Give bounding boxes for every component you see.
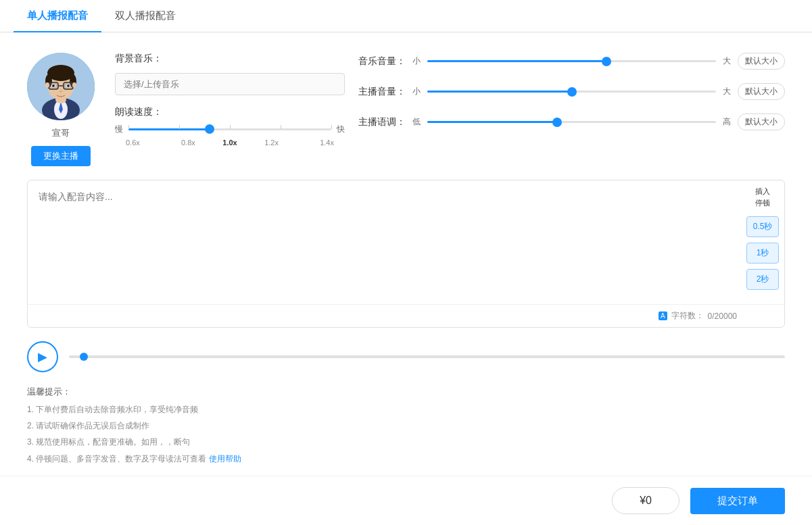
- insert-label: 插入停顿: [746, 186, 779, 208]
- speed-thumb[interactable]: [205, 124, 214, 134]
- speed-slider-section: 慢: [115, 122, 345, 147]
- music-vol-min: 小: [412, 55, 421, 67]
- speed-fast-label: 快: [337, 124, 345, 135]
- pause-btn-1s[interactable]: 1秒: [746, 243, 779, 264]
- speed-fill: [128, 128, 210, 130]
- tabs-bar: 单人播报配音 双人播报配音: [0, 0, 812, 32]
- music-vol-slider[interactable]: [427, 55, 716, 68]
- speed-tick-1: 0.8x: [168, 139, 210, 147]
- tick-2: [230, 125, 231, 129]
- host-vol-default-btn[interactable]: 默认大小: [738, 83, 785, 100]
- text-area-section: 插入停顿 0.5秒 1秒 2秒 A 字符数： 0/20000: [27, 180, 785, 328]
- speed-slow-label: 慢: [115, 124, 123, 135]
- music-input[interactable]: [115, 73, 345, 95]
- pause-buttons-panel: 插入停顿 0.5秒 1秒 2秒: [741, 180, 784, 295]
- host-vol-min: 小: [412, 86, 421, 97]
- content-textarea[interactable]: [28, 180, 744, 302]
- host-tone-row: 主播语调： 低 高 默认大小: [358, 114, 785, 130]
- music-volume-label: 音乐音量：: [358, 55, 406, 68]
- host-vol-track: [427, 91, 716, 93]
- host-volume-row: 主播音量： 小 大 默认大小: [358, 83, 785, 100]
- play-icon: ▶: [38, 349, 47, 364]
- avatar-section: 宣哥 更换主播: [27, 53, 95, 166]
- music-row: 背景音乐：: [115, 53, 345, 65]
- settings-area: 宣哥 更换主播 背景音乐： 朗读速度：: [27, 53, 785, 166]
- svg-point-16: [52, 84, 55, 87]
- word-count-icon: A: [659, 311, 667, 320]
- tip-4-text: 4. 停顿问题、多音字发音、数字及字母读法可查看: [27, 454, 206, 464]
- speed-slider-row: 慢: [115, 122, 345, 136]
- speed-slider-track-container: [128, 122, 331, 136]
- host-tone-slider[interactable]: [427, 116, 716, 129]
- center-settings: 背景音乐： 朗读速度： 慢: [115, 53, 345, 147]
- speed-tick-0: 0.6x: [126, 139, 168, 147]
- host-tone-thumb[interactable]: [552, 118, 562, 127]
- host-vol-thumb[interactable]: [567, 87, 577, 97]
- tip-item-2: 2. 请试听确保作品无误后合成制作: [27, 420, 785, 432]
- progress-dot: [80, 353, 88, 361]
- speed-label-row: 朗读速度：: [115, 106, 345, 118]
- svg-point-18: [59, 91, 62, 93]
- host-tone-label: 主播语调：: [358, 116, 406, 128]
- tick-1: [179, 125, 180, 129]
- speed-tick-4: 1.4x: [292, 139, 334, 147]
- host-vol-fill: [427, 91, 572, 93]
- speed-tick-2: 1.0x: [209, 139, 251, 147]
- submit-order-button[interactable]: 提交订单: [690, 488, 785, 514]
- music-label: 背景音乐：: [115, 53, 162, 65]
- svg-point-20: [72, 82, 76, 88]
- main-content: 宣哥 更换主播 背景音乐： 朗读速度：: [0, 32, 812, 489]
- word-count-row: A 字符数： 0/20000: [28, 304, 784, 327]
- left-column: 宣哥 更换主播 背景音乐： 朗读速度：: [27, 53, 318, 166]
- music-volume-row: 音乐音量： 小 大 默认大小: [358, 53, 785, 70]
- tick-4: [331, 125, 332, 129]
- music-vol-fill: [427, 60, 606, 62]
- progress-bar[interactable]: [69, 355, 785, 358]
- tip-item-1: 1. 下单付费后自动去除音频水印，享受纯净音频: [27, 403, 785, 416]
- host-tone-track: [427, 121, 716, 123]
- avatar-name: 宣哥: [52, 127, 70, 139]
- music-vol-default-btn[interactable]: 默认大小: [738, 53, 785, 70]
- bottom-bar: ¥0 提交订单: [0, 476, 812, 525]
- tab-double[interactable]: 双人播报配音: [101, 0, 189, 32]
- tips-section: 温馨提示： 1. 下单付费后自动去除音频水印，享受纯净音频 2. 请试听确保作品…: [27, 386, 785, 466]
- speed-ticks-labels: 0.6x 0.8x 1.0x 1.2x 1.4x: [115, 139, 345, 147]
- tip-item-3: 3. 规范使用标点，配音更准确。如用，，断句: [27, 436, 785, 449]
- word-count-display: 0/20000: [708, 311, 737, 321]
- help-link[interactable]: 使用帮助: [209, 454, 241, 464]
- avatar-image: [27, 53, 95, 120]
- music-vol-max: 大: [723, 55, 731, 67]
- host-volume-label: 主播音量：: [358, 86, 406, 98]
- host-tone-fill: [427, 121, 557, 123]
- host-vol-slider[interactable]: [427, 85, 716, 99]
- speed-label: 朗读速度：: [115, 106, 162, 117]
- tips-title: 温馨提示：: [27, 386, 785, 398]
- host-tone-default-btn[interactable]: 默认大小: [738, 114, 785, 130]
- pause-btn-0.5s[interactable]: 0.5秒: [746, 216, 779, 237]
- tick-0: [128, 125, 129, 129]
- music-vol-thumb[interactable]: [602, 57, 611, 66]
- right-column: 音乐音量： 小 大 默认大小 主播音量： 小: [358, 53, 785, 144]
- change-host-button[interactable]: 更换主播: [31, 146, 91, 166]
- pause-btn-2s[interactable]: 2秒: [746, 269, 779, 290]
- player-section: ▶: [27, 341, 785, 372]
- price-button[interactable]: ¥0: [612, 487, 679, 514]
- svg-point-19: [45, 82, 49, 88]
- host-tone-min: 低: [412, 116, 421, 128]
- avatar: [27, 53, 95, 120]
- tick-3: [281, 125, 281, 129]
- play-button[interactable]: ▶: [27, 341, 58, 372]
- word-count-label: 字符数：: [671, 310, 704, 322]
- speed-track: [128, 128, 331, 130]
- speed-tick-3: 1.2x: [251, 139, 293, 147]
- host-vol-max: 大: [723, 86, 731, 97]
- tip-item-4: 4. 停顿问题、多音字发音、数字及字母读法可查看 使用帮助: [27, 453, 785, 466]
- svg-point-17: [67, 84, 70, 87]
- tab-single[interactable]: 单人播报配音: [14, 0, 101, 32]
- music-input-row: [115, 73, 345, 95]
- music-vol-track: [427, 60, 716, 62]
- host-tone-max: 高: [723, 116, 731, 128]
